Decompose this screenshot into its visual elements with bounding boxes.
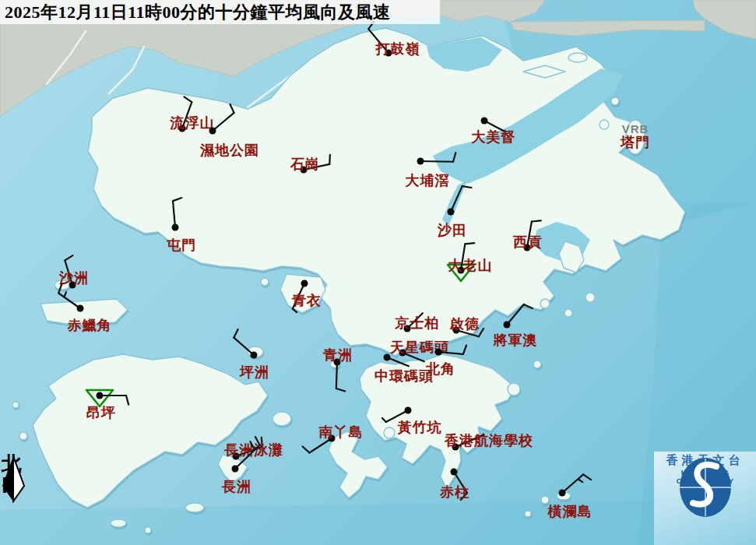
station-label: 西貢 — [512, 234, 543, 250]
station-label: 打鼓嶺 — [375, 41, 420, 57]
station-dot[interactable] — [77, 305, 84, 312]
station-label: 南丫島 — [318, 424, 364, 440]
wind-map: 打鼓嶺流浮山濕地公園石崗大美督大埔滘沙田西貢大老山屯門沙洲赤鱲角青衣坪洲青洲京士… — [0, 0, 756, 545]
compass-needle-icon — [2, 455, 28, 503]
station-dot[interactable] — [417, 158, 424, 165]
station-label: 北角 — [425, 361, 455, 377]
station-label: 京士柏 — [395, 315, 440, 331]
station-dot[interactable] — [251, 352, 258, 359]
hko-logo[interactable]: 香港天文台 HONG KONG OBSERVATORY — [654, 452, 756, 545]
station-dot[interactable] — [451, 469, 458, 476]
station-label: 將軍澳 — [493, 332, 538, 348]
station-label: 流浮山 — [170, 115, 215, 131]
wind-barb-tick — [465, 243, 474, 244]
station-dot[interactable] — [232, 466, 239, 473]
station-label: 屯門 — [167, 237, 196, 253]
station-dot[interactable] — [435, 349, 442, 356]
station-label: 濕地公園 — [199, 142, 259, 158]
station-label: 橫瀾島 — [547, 504, 592, 519]
station-label: 石崗 — [290, 156, 320, 172]
station-label: 赤鱲角 — [67, 318, 112, 333]
station-dot[interactable] — [481, 118, 488, 125]
station-label: 大老山 — [448, 258, 493, 273]
station-label: 昂坪 — [86, 405, 116, 420]
station-label: 塔門 — [620, 135, 650, 150]
station-dot[interactable] — [559, 490, 566, 497]
station-label: 沙洲 — [58, 270, 89, 286]
station-label: 大埔滘 — [405, 173, 450, 188]
station-dot[interactable] — [209, 128, 216, 135]
station-dot[interactable] — [97, 392, 104, 399]
wind-barb-shaft — [336, 362, 337, 389]
station-label: 香港航海學校 — [444, 433, 533, 448]
station-dot[interactable] — [405, 407, 412, 414]
station-label: 青洲 — [322, 347, 353, 363]
station-label: 青衣 — [291, 293, 322, 308]
station-dot[interactable] — [448, 209, 455, 216]
map-title: 2025年12月11日11時00分的十分鐘平均風向及風速 — [0, 0, 440, 24]
north-indicator: 北 N — [2, 455, 28, 497]
vrb-indicator: VRB — [622, 122, 649, 135]
station-label: 沙田 — [437, 223, 467, 238]
station-dot[interactable] — [504, 322, 511, 329]
station-label: 中環碼頭 — [374, 368, 434, 384]
station-dot[interactable] — [301, 280, 308, 287]
station-label: 啟德 — [449, 316, 480, 332]
station-dot[interactable] — [172, 224, 179, 231]
wind-barb-tick — [329, 155, 330, 164]
station-label: 坪洲 — [239, 364, 269, 380]
station-label: 大美督 — [471, 128, 516, 145]
station-label: 長洲 — [221, 479, 251, 494]
station-label: 黃竹坑 — [398, 420, 442, 435]
wind-barb-tick — [532, 220, 541, 221]
wind-barb-shaft — [420, 161, 453, 162]
station-dot[interactable] — [384, 354, 391, 361]
station-label: 赤柱 — [439, 484, 469, 500]
hko-logo-icon — [654, 452, 756, 520]
basemap: 打鼓嶺流浮山濕地公園石崗大美督大埔滘沙田西貢大老山屯門沙洲赤鱲角青衣坪洲青洲京士… — [0, 0, 756, 545]
